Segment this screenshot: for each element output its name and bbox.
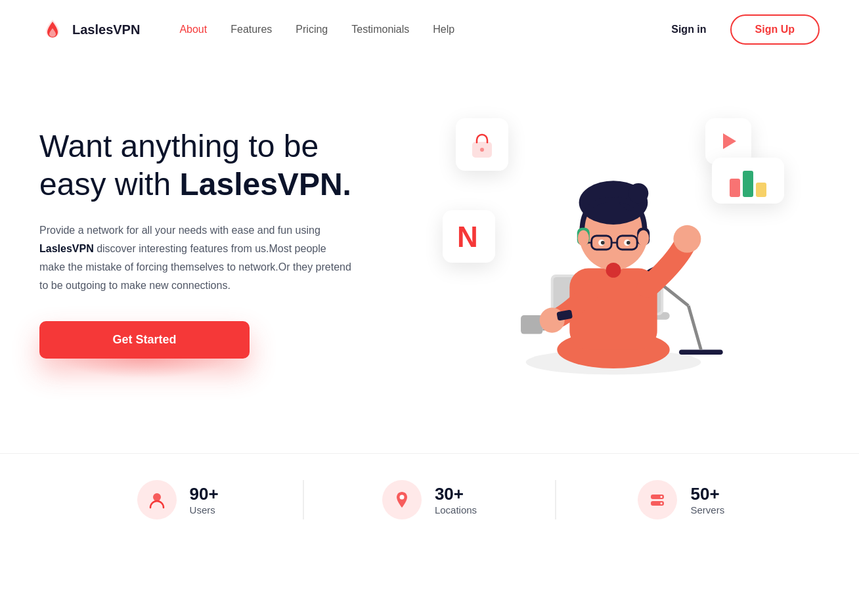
nav-actions: Sign in Sign Up [671,14,820,45]
float-netflix-card: N [443,210,495,263]
nav-item-testimonials[interactable]: Testimonials [351,24,409,35]
hero-left: Want anything to be easy with LaslesVPN.… [39,127,407,359]
svg-point-39 [399,495,404,500]
brand-logo-icon [39,16,66,43]
netflix-icon: N [456,222,482,251]
brand-logo[interactable]: LaslesVPN [39,16,140,43]
signup-button[interactable]: Sign Up [730,14,820,45]
svg-point-31 [627,241,630,245]
svg-rect-9 [521,315,542,334]
hero-description: Provide a network for all your needs wit… [39,221,355,295]
nav-item-help[interactable]: Help [433,24,454,35]
nav-item-pricing[interactable]: Pricing [296,24,328,35]
server-icon-circle [638,480,677,519]
stats-bar: 90+ Users 30+ Locations 50+ Server [0,453,859,546]
svg-point-30 [601,241,605,245]
stat-users-label: Users [190,504,219,516]
stat-locations: 30+ Locations [304,480,556,519]
svg-point-43 [661,502,663,504]
person-illustration [489,118,738,381]
hero-section: Want anything to be easy with LaslesVPN.… [0,59,859,440]
svg-point-38 [153,493,161,501]
stat-locations-number: 30+ [435,484,477,504]
chart-bar-2 [743,171,753,197]
hero-brand-name: LaslesVPN. [179,167,351,202]
hero-title: Want anything to be easy with LaslesVPN. [39,127,381,203]
svg-point-42 [661,496,663,498]
brand-name: LaslesVPN [72,22,140,37]
nav-links: About Features Pricing Testimonials Help [179,24,671,35]
location-icon [393,491,411,509]
users-icon-circle [137,480,177,519]
stat-users: 90+ Users [53,480,304,519]
stat-servers-number: 50+ [690,484,724,504]
svg-rect-10 [679,349,723,355]
cta-wrapper: Get Started [39,321,250,359]
hero-illustration: N [436,105,791,381]
stat-locations-text: 30+ Locations [435,484,477,516]
svg-point-2 [480,148,484,152]
server-icon [648,491,667,509]
stat-users-number: 90+ [190,484,219,504]
svg-line-11 [688,306,701,350]
svg-point-34 [673,225,701,253]
svg-point-33 [638,230,649,246]
get-started-button[interactable]: Get Started [39,321,250,359]
svg-text:N: N [457,222,478,251]
stat-users-text: 90+ Users [190,484,219,516]
nav-item-features[interactable]: Features [231,24,272,35]
stat-servers: 50+ Servers [556,480,806,519]
stat-servers-text: 50+ Servers [690,484,724,516]
svg-point-32 [578,230,589,246]
svg-point-20 [628,183,648,203]
hero-desc-brand: LaslesVPN [39,243,94,254]
hero-right: N [407,85,820,401]
user-icon [148,491,166,509]
stat-servers-label: Servers [690,504,724,516]
signin-link[interactable]: Sign in [671,24,706,35]
nav-item-about[interactable]: About [179,24,207,35]
chart-bar-3 [756,183,766,197]
hero-title-line2: easy with LaslesVPN. [39,167,351,202]
navbar: LaslesVPN About Features Pricing Testimo… [0,0,859,59]
svg-point-37 [606,263,621,278]
stat-locations-label: Locations [435,504,477,516]
location-icon-circle [382,480,422,519]
